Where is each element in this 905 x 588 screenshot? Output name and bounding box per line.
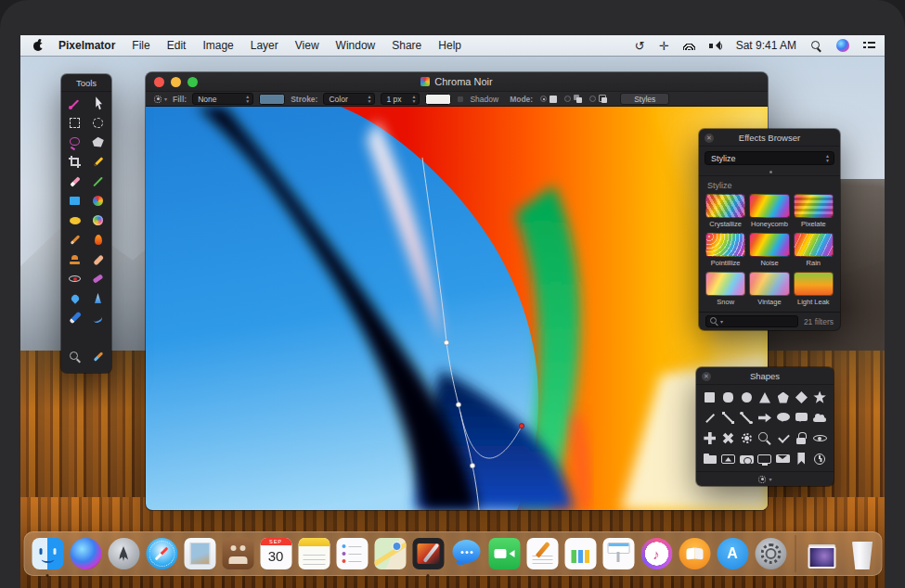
spotlight-icon[interactable]: [810, 40, 822, 52]
dock-reminders[interactable]: [335, 537, 368, 570]
warp-brush-tool[interactable]: [86, 211, 110, 229]
dock-keynote[interactable]: [601, 537, 635, 570]
crosshair-icon[interactable]: ✛: [659, 40, 669, 52]
blur-tool[interactable]: [63, 289, 86, 307]
menu-pixelmator[interactable]: Pixelmator: [50, 39, 123, 52]
shape-camera[interactable]: [737, 450, 756, 467]
shape-speech-round[interactable]: [774, 409, 793, 427]
lasso-tool[interactable]: [63, 134, 86, 151]
effect-vintage[interactable]: Vintage: [749, 272, 789, 306]
dock-pages[interactable]: [525, 537, 559, 570]
shape-speech-square[interactable]: [793, 409, 811, 427]
effect-crystallize[interactable]: Crystallize: [705, 194, 745, 228]
clone-stamp-tool[interactable]: [63, 250, 86, 268]
dock-finder[interactable]: [31, 537, 64, 570]
effects-browser-title-bar[interactable]: ✕ Effects Browser: [699, 129, 840, 147]
tool-settings-button[interactable]: ▾: [153, 95, 167, 104]
menu-image[interactable]: Image: [194, 39, 241, 52]
ellipse-select-tool[interactable]: [86, 114, 110, 132]
panel-splitter[interactable]: [699, 168, 840, 176]
path-end-point[interactable]: [519, 424, 524, 428]
stroke-width-stepper[interactable]: 1 px ▲▼: [381, 93, 420, 105]
effect-category-dropdown[interactable]: Stylize ▲▼: [705, 151, 834, 165]
volume-icon[interactable]: [709, 41, 722, 50]
eraser-tool[interactable]: [63, 173, 86, 190]
zoom-button[interactable]: [187, 77, 198, 87]
shape-lock[interactable]: [793, 429, 811, 447]
dock-desktop-stack[interactable]: [803, 537, 836, 570]
shape-triangle[interactable]: [756, 389, 774, 406]
dock-system-preferences[interactable]: [754, 537, 787, 570]
crop-tool[interactable]: [63, 153, 86, 171]
minimize-button[interactable]: [171, 77, 181, 87]
effect-noise[interactable]: Noise: [749, 233, 789, 267]
shape-folder[interactable]: [701, 450, 719, 467]
polygon-lasso-tool[interactable]: [86, 134, 110, 151]
close-button[interactable]: [154, 77, 164, 87]
mode-subtract-radio[interactable]: [589, 95, 607, 103]
shape-diamond[interactable]: [793, 389, 811, 406]
menu-clock[interactable]: Sat 9:41 AM: [736, 39, 796, 52]
path-anchor-point[interactable]: [444, 340, 448, 345]
dock-numbers[interactable]: [563, 537, 597, 570]
rect-select-tool[interactable]: [63, 114, 86, 132]
dock-launchpad[interactable]: [107, 537, 140, 570]
brush-tool[interactable]: [63, 231, 86, 249]
effect-pixelate[interactable]: Pixelate: [794, 194, 834, 228]
mode-normal-radio[interactable]: [540, 96, 557, 103]
shape-ellipse-tool[interactable]: [63, 211, 86, 229]
menu-help[interactable]: Help: [430, 39, 470, 52]
pointer-tool[interactable]: [86, 95, 110, 112]
shape-picture[interactable]: [719, 450, 738, 467]
dock-maps[interactable]: [373, 537, 407, 570]
shape-plus[interactable]: [701, 429, 719, 447]
shapes-panel-title-bar[interactable]: ✕ Shapes: [696, 367, 834, 385]
shape-circle[interactable]: [737, 389, 756, 406]
dock-facetime[interactable]: [487, 537, 521, 570]
dock-mail[interactable]: [183, 537, 216, 570]
move-tool[interactable]: [63, 95, 86, 112]
sponge-tool[interactable]: [86, 270, 110, 288]
close-icon[interactable]: ✕: [705, 134, 714, 143]
shape-envelope[interactable]: [774, 450, 793, 467]
shape-gear[interactable]: [737, 429, 756, 447]
effect-rain[interactable]: Rain: [794, 233, 834, 267]
dock-safari[interactable]: [145, 537, 178, 570]
dock-calendar[interactable]: SEP30: [259, 537, 292, 570]
shape-eye[interactable]: [810, 429, 829, 447]
menu-view[interactable]: View: [287, 39, 328, 52]
shadow-checkbox[interactable]: [457, 96, 464, 103]
shape-magnifier[interactable]: [756, 429, 774, 447]
dock-notes[interactable]: [297, 537, 330, 570]
dock-trash[interactable]: [841, 537, 874, 570]
styles-button[interactable]: Styles: [620, 93, 669, 105]
slice-tool[interactable]: [86, 173, 110, 190]
effects-search-input[interactable]: ▾: [705, 315, 798, 327]
shape-rounded-square[interactable]: [719, 389, 738, 406]
dock-itunes[interactable]: [640, 537, 673, 570]
notification-center-icon[interactable]: [863, 41, 875, 50]
shape-bookmark[interactable]: [793, 450, 811, 467]
dock-app-store[interactable]: [716, 537, 749, 570]
menu-layer[interactable]: Layer: [242, 39, 287, 52]
heal-tool[interactable]: [86, 250, 110, 268]
zoom-tool[interactable]: [63, 348, 86, 365]
fill-dropdown[interactable]: None ▲▼: [192, 93, 253, 105]
effect-light-leak[interactable]: Light Leak: [794, 272, 834, 306]
effect-snow[interactable]: Snow: [705, 272, 745, 306]
menu-share[interactable]: Share: [383, 39, 430, 52]
stroke-dropdown[interactable]: Color ▲▼: [323, 93, 375, 105]
eyedropper-tool[interactable]: [86, 348, 110, 365]
shape-star[interactable]: [810, 389, 829, 406]
freeform-pen-tool[interactable]: [86, 309, 110, 326]
effect-pointillize[interactable]: Pointillize: [705, 233, 745, 267]
time-machine-icon[interactable]: ↺: [635, 40, 645, 52]
type-tool[interactable]: [63, 328, 86, 346]
shape-line[interactable]: [701, 409, 719, 427]
dock-contacts[interactable]: [221, 537, 254, 570]
shape-arrow-right[interactable]: [756, 409, 774, 427]
red-eye-tool[interactable]: [63, 270, 86, 288]
apple-menu-icon[interactable]: [32, 39, 45, 52]
color-fill-tool[interactable]: [63, 192, 86, 210]
dock-ibooks[interactable]: [678, 537, 711, 570]
